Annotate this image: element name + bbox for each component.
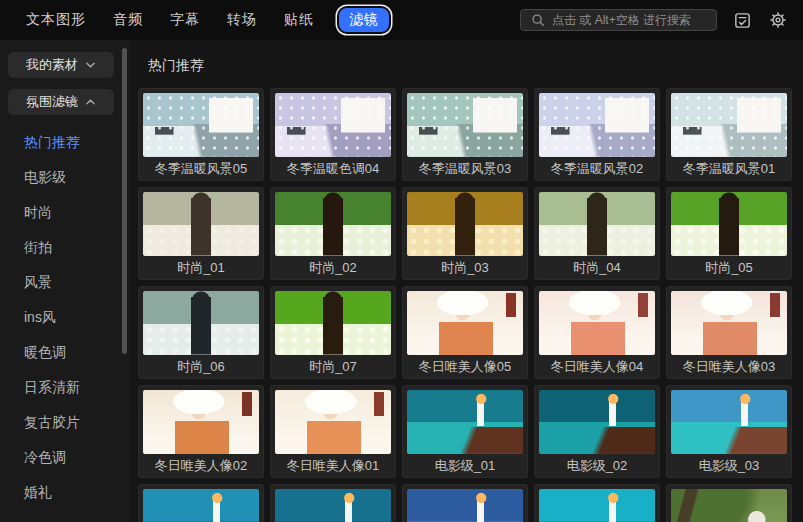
filter-card[interactable]: 时尚_06: [138, 286, 264, 379]
filter-name: 电影级_03: [671, 454, 787, 477]
sidebar-item[interactable]: 街拍: [0, 230, 130, 265]
filter-thumbnail: [671, 390, 787, 454]
filter-thumbnail: [539, 192, 655, 256]
filter-thumbnail: [539, 93, 655, 157]
filter-name: 时尚_02: [275, 256, 391, 279]
filter-name: 冬日唯美人像02: [143, 454, 259, 477]
top-tab[interactable]: 文本图形: [20, 8, 92, 32]
filter-card[interactable]: 电影级_01: [402, 385, 528, 478]
filter-name: 冬季温暖风景02: [539, 157, 655, 180]
filter-card[interactable]: 冬日唯美人像05: [402, 286, 528, 379]
filter-thumbnail: [275, 192, 391, 256]
sidebar-item[interactable]: 风景: [0, 265, 130, 300]
app-window: 文本图形音频字幕转场贴纸滤镜: [0, 0, 803, 522]
filter-card[interactable]: [534, 484, 660, 522]
filter-thumbnail: [539, 489, 655, 522]
search-box[interactable]: [520, 9, 717, 31]
settings-button[interactable]: [767, 9, 789, 31]
filter-thumbnail: [539, 390, 655, 454]
filter-card[interactable]: [138, 484, 264, 522]
filter-card[interactable]: 电影级_03: [666, 385, 792, 478]
filter-thumbnail: [143, 93, 259, 157]
search-input[interactable]: [552, 13, 707, 27]
filter-card[interactable]: 时尚_01: [138, 187, 264, 280]
filter-thumbnail: [275, 489, 391, 522]
chevron-up-icon: [86, 99, 95, 105]
filter-name: 冬日唯美人像04: [539, 355, 655, 378]
top-tab[interactable]: 转场: [221, 8, 263, 32]
filter-card[interactable]: 冬日唯美人像02: [138, 385, 264, 478]
topbar-right: [520, 9, 803, 31]
filter-thumbnail: [275, 390, 391, 454]
top-tab-active[interactable]: 滤镜: [339, 8, 389, 32]
filter-thumbnail: [143, 489, 259, 522]
filter-thumbnail: [407, 489, 523, 522]
filter-thumbnail: [143, 192, 259, 256]
filter-thumbnail: [407, 390, 523, 454]
filter-name: 时尚_06: [143, 355, 259, 378]
filter-name: 时尚_03: [407, 256, 523, 279]
filter-thumbnail: [143, 390, 259, 454]
filter-card[interactable]: 冬季温暖风景02: [534, 88, 660, 181]
filter-thumbnail: [275, 291, 391, 355]
filter-grid: 冬季温暖风景05 冬季温暖色调04 冬季温暖风景03 冬季温暖风景02 冬季温暖…: [138, 88, 803, 522]
filter-thumbnail: [407, 93, 523, 157]
filter-thumbnail: [671, 489, 787, 522]
sidebar-item[interactable]: 冷色调: [0, 440, 130, 475]
sidebar-item[interactable]: 日系清新: [0, 370, 130, 405]
filter-card[interactable]: 时尚_05: [666, 187, 792, 280]
my-materials-dropdown[interactable]: 我的素材: [8, 52, 114, 78]
top-tab[interactable]: 字幕: [164, 8, 206, 32]
filter-name: 冬季温暖风景05: [143, 157, 259, 180]
top-tab[interactable]: 贴纸: [278, 8, 320, 32]
filter-card[interactable]: 冬季温暖风景05: [138, 88, 264, 181]
sidebar-item[interactable]: 复古胶片: [0, 405, 130, 440]
filter-card[interactable]: 冬日唯美人像03: [666, 286, 792, 379]
filter-thumbnail: [671, 93, 787, 157]
filter-card[interactable]: [270, 484, 396, 522]
filter-name: 时尚_04: [539, 256, 655, 279]
sidebar-item[interactable]: 暖色调: [0, 335, 130, 370]
filter-name: 时尚_01: [143, 256, 259, 279]
filter-card[interactable]: 时尚_02: [270, 187, 396, 280]
filter-card[interactable]: 冬日唯美人像04: [534, 286, 660, 379]
checklist-icon: [733, 11, 752, 30]
sidebar-item-active[interactable]: 热门推荐: [0, 125, 130, 160]
filter-card[interactable]: 时尚_04: [534, 187, 660, 280]
filter-name: 电影级_01: [407, 454, 523, 477]
gear-icon: [768, 10, 788, 30]
filter-card[interactable]: 冬日唯美人像01: [270, 385, 396, 478]
filter-thumbnail: [407, 192, 523, 256]
filter-name: 冬季温暖色调04: [275, 157, 391, 180]
filter-thumbnail: [275, 93, 391, 157]
filter-card[interactable]: [402, 484, 528, 522]
filter-thumbnail: [143, 291, 259, 355]
filter-card[interactable]: 电影级_02: [534, 385, 660, 478]
sidebar-item[interactable]: 电影级: [0, 160, 130, 195]
sidebar-item[interactable]: 婚礼: [0, 475, 130, 510]
survey-button[interactable]: [731, 9, 753, 31]
filter-name: 冬日唯美人像05: [407, 355, 523, 378]
filter-name: 时尚_07: [275, 355, 391, 378]
filter-name: 冬日唯美人像03: [671, 355, 787, 378]
filter-group-label: 氛围滤镜: [26, 93, 78, 111]
filter-card[interactable]: 冬季温暖风景03: [402, 88, 528, 181]
top-tab[interactable]: 音频: [107, 8, 149, 32]
filter-card[interactable]: 时尚_07: [270, 286, 396, 379]
sidebar-item[interactable]: 时尚: [0, 195, 130, 230]
main-panel: 热门推荐 冬季温暖风景05 冬季温暖色调04 冬季温暖风景03 冬季温暖风景02…: [130, 40, 803, 522]
filter-group-dropdown[interactable]: 氛围滤镜: [8, 89, 114, 115]
filter-card[interactable]: 时尚_03: [402, 187, 528, 280]
filter-card[interactable]: [666, 484, 792, 522]
sidebar-item[interactable]: ins风: [0, 300, 130, 335]
filter-card[interactable]: 冬季温暖色调04: [270, 88, 396, 181]
sidebar: 我的素材 氛围滤镜 热门推荐电影级时尚街拍风景ins风暖色调日系清新复古胶片冷色…: [0, 40, 130, 522]
filter-name: 冬季温暖风景03: [407, 157, 523, 180]
filter-thumbnail: [407, 291, 523, 355]
sidebar-scrollbar[interactable]: [122, 48, 127, 354]
filter-name: 冬日唯美人像01: [275, 454, 391, 477]
filter-thumbnail: [671, 291, 787, 355]
filter-name: 电影级_02: [539, 454, 655, 477]
filter-name: 冬季温暖风景01: [671, 157, 787, 180]
filter-card[interactable]: 冬季温暖风景01: [666, 88, 792, 181]
